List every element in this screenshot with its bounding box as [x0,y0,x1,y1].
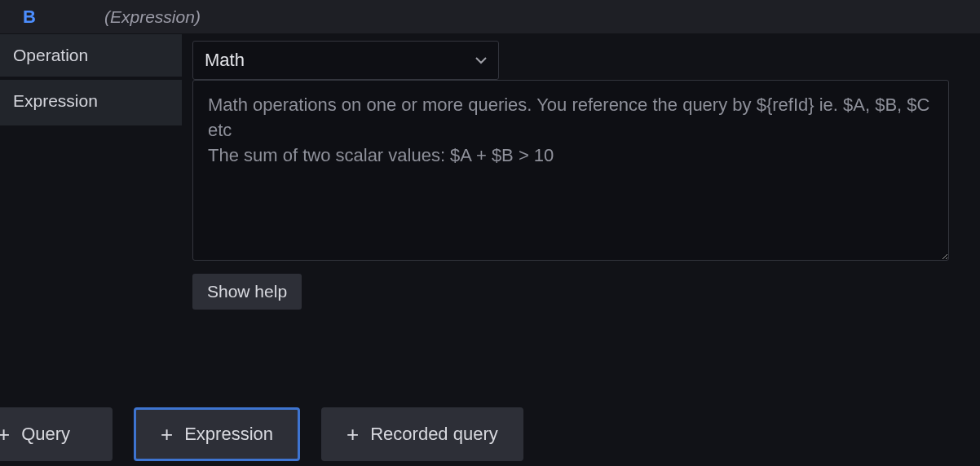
operation-select-value: Math [205,50,475,71]
show-help-button[interactable]: Show help [192,274,302,310]
add-recorded-query-button[interactable]: + Recorded query [321,407,523,461]
expression-row: Expression [0,80,980,264]
expression-type-tag: (Expression) [104,7,201,27]
query-button-bar: + Query + Expression + Recorded query [0,407,523,461]
operation-row: Operation Math [0,34,980,80]
add-query-label: Query [21,424,70,445]
operation-label: Operation [0,34,183,77]
expression-header: B (Expression) [0,0,980,34]
expression-label: Expression [0,80,183,125]
ref-id-label[interactable]: B [23,7,104,28]
chevron-down-icon [475,55,487,66]
show-help-label: Show help [207,282,287,301]
plus-icon: + [161,424,173,445]
add-recorded-query-label: Recorded query [370,424,498,445]
plus-icon: + [0,424,10,445]
operation-select[interactable]: Math [192,41,499,80]
expression-textarea[interactable] [192,80,949,261]
add-query-button[interactable]: + Query [0,407,113,461]
plus-icon: + [347,424,359,445]
add-expression-button[interactable]: + Expression [134,407,300,461]
add-expression-label: Expression [184,424,273,445]
